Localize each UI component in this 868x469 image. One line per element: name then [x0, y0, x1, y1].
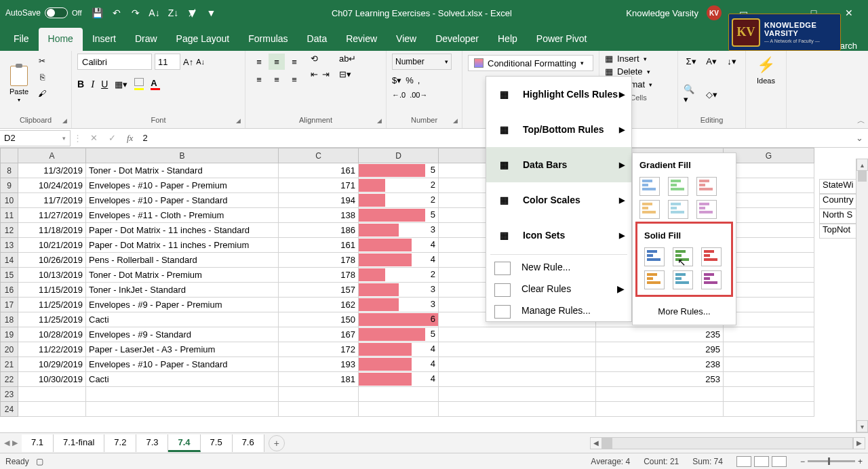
cell-g[interactable] [724, 387, 814, 402]
cell-description[interactable]: Toner - InkJet - Standard [86, 283, 279, 298]
autosave-toggle[interactable]: AutoSave Off [5, 7, 82, 18]
cell-description[interactable]: Envelopes - #11 - Cloth - Premium [86, 208, 279, 223]
zoom-out-icon[interactable]: − [800, 457, 805, 466]
sheet-tab-7-3[interactable]: 7.3 [136, 434, 168, 452]
cell-d-databar[interactable]: 3 [359, 223, 439, 238]
cell-f[interactable]: 295 [596, 342, 724, 357]
row-header[interactable]: 17 [1, 298, 18, 312]
cut-icon[interactable]: ✂ [35, 55, 49, 67]
cell-d-databar[interactable] [359, 402, 439, 417]
format-painter-icon[interactable]: 🖌 [35, 87, 49, 100]
side-cell[interactable]: North S [819, 209, 860, 224]
cell-description[interactable]: Envelopes - #10 - Paper - Standard [86, 357, 279, 372]
side-cell[interactable]: Country [819, 194, 860, 209]
row-header[interactable]: 10 [1, 193, 18, 208]
add-sheet-button[interactable]: + [269, 435, 285, 451]
sort-asc-icon[interactable]: A↓ [149, 7, 161, 19]
menu-highlight-cells-rules[interactable]: ▦ Highlight Cells Rules▶ [486, 77, 631, 112]
column-header-D[interactable]: D [359, 148, 439, 163]
cell-c[interactable]: 171 [279, 178, 359, 193]
cell-d-databar[interactable]: 2 [359, 178, 439, 193]
cell-g[interactable] [724, 283, 814, 298]
tab-power-pivot[interactable]: Power Pivot [527, 28, 597, 51]
row-header[interactable]: 23 [1, 387, 18, 402]
row-header[interactable]: 22 [1, 372, 18, 387]
cell-description[interactable]: Toner - Dot Matrix - Standard [86, 163, 279, 178]
row-header[interactable]: 8 [1, 163, 18, 178]
scroll-up-icon[interactable]: ▴ [856, 159, 868, 171]
databar-gradient-lightblue[interactable] [668, 200, 688, 219]
cell-e[interactable] [439, 372, 596, 387]
cell-c[interactable]: 186 [279, 223, 359, 238]
cell-description[interactable]: Cacti [86, 312, 279, 327]
row-header[interactable]: 19 [1, 327, 18, 342]
cell-description[interactable]: Toner - Dot Matrix - Premium [86, 268, 279, 283]
row-header[interactable]: 21 [1, 357, 18, 372]
decrease-font-icon[interactable]: A↓ [196, 58, 205, 66]
cell-c[interactable]: 138 [279, 208, 359, 223]
filter-icon[interactable]: ▼ [205, 7, 218, 19]
row-header[interactable]: 9 [1, 178, 18, 193]
tab-developer[interactable]: Developer [426, 28, 488, 51]
side-cell[interactable]: TopNot [819, 224, 860, 239]
sheet-nav-prev-icon[interactable]: ◀ [4, 439, 9, 447]
accounting-format-icon[interactable]: $▾ [392, 75, 401, 85]
fx-icon[interactable]: fx [121, 133, 138, 144]
cell-date[interactable]: 11/22/2019 [18, 342, 86, 357]
wrap-text-icon[interactable]: ab↵ [339, 54, 356, 64]
cell-f[interactable]: 253 [596, 372, 724, 387]
databar-solid-orange[interactable] [644, 270, 665, 289]
cell-g[interactable] [724, 268, 814, 283]
cell-g[interactable] [724, 327, 814, 342]
sheet-tab-7-6[interactable]: 7.6 [233, 434, 264, 452]
cell-e[interactable] [439, 387, 596, 402]
cell-d-databar[interactable]: 2 [359, 268, 439, 283]
databar-gradient-green[interactable] [668, 177, 688, 196]
user-avatar[interactable]: KV [707, 5, 722, 20]
sheet-tab-7-2[interactable]: 7.2 [104, 434, 136, 452]
cell-description[interactable]: Cacti [86, 372, 279, 387]
cell-f[interactable]: 235 [596, 327, 724, 342]
cell-g[interactable] [724, 253, 814, 268]
clear-filter-icon[interactable]: ▼̸ [186, 7, 199, 19]
row-header[interactable]: 14 [1, 253, 18, 268]
tab-draw[interactable]: Draw [125, 28, 167, 51]
cell-date[interactable]: 11/3/2019 [18, 163, 86, 178]
cell-g[interactable] [724, 372, 814, 387]
tab-help[interactable]: Help [488, 28, 527, 51]
zoom-in-icon[interactable]: + [858, 457, 863, 466]
menu-manage-rules[interactable]: Manage Rules... [486, 300, 631, 321]
databar-solid-blue[interactable] [644, 247, 665, 266]
sort-desc-icon[interactable]: Z↓ [167, 7, 180, 19]
horizontal-scrollbar[interactable]: ◀ ▶ [285, 437, 865, 449]
databar-gradient-orange[interactable] [639, 200, 660, 219]
cell-c[interactable]: 167 [279, 327, 359, 342]
row-header[interactable]: 13 [1, 238, 18, 253]
cell-description[interactable]: Pens - Rollerball - Standard [86, 253, 279, 268]
increase-decimal-icon[interactable]: ←.0 [392, 91, 406, 99]
cell-date[interactable] [18, 387, 86, 402]
menu-new-rule[interactable]: New Rule... [486, 256, 631, 278]
clear-icon[interactable]: ◇▾ [704, 87, 719, 102]
cell-date[interactable]: 10/28/2019 [18, 327, 86, 342]
tab-home[interactable]: Home [39, 28, 83, 51]
align-left-icon[interactable]: ≡ [251, 71, 267, 87]
cell-g[interactable] [724, 223, 814, 238]
databar-gradient-blue[interactable] [639, 177, 660, 196]
align-bottom-icon[interactable]: ≡ [286, 54, 302, 70]
cell-description[interactable] [86, 387, 279, 402]
menu-icon-sets[interactable]: ▦ Icon Sets▶ [486, 218, 631, 253]
scroll-down-icon[interactable]: ▾ [856, 420, 868, 432]
cell-date[interactable]: 10/21/2019 [18, 238, 86, 253]
cell-e[interactable] [439, 357, 596, 372]
spreadsheet-grid[interactable]: ABCDEFG8 11/3/2019 Toner - Dot Matrix - … [0, 148, 868, 417]
column-header-G[interactable]: G [724, 148, 814, 163]
cell-d-databar[interactable]: 5 [359, 163, 439, 178]
insert-cells-button[interactable]: ▦Insert ▾ [605, 54, 672, 64]
delete-cells-button[interactable]: ▦Delete ▾ [605, 66, 672, 77]
merge-center-icon[interactable]: ⊟▾ [339, 69, 356, 79]
data-bars-more-rules[interactable]: More Rules... [633, 300, 736, 325]
cell-date[interactable]: 11/18/2019 [18, 223, 86, 238]
column-header-A[interactable]: A [18, 148, 86, 163]
row-header[interactable]: 16 [1, 283, 18, 298]
